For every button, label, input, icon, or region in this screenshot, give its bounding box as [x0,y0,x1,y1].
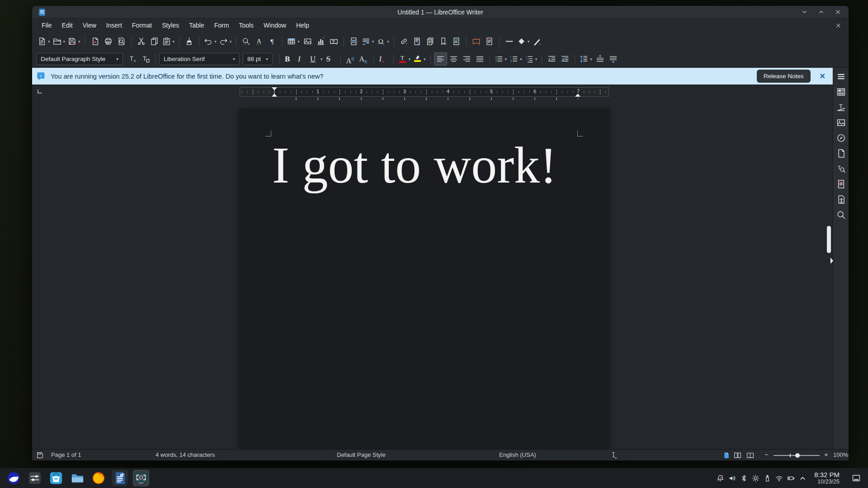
notifications-disabled-icon[interactable] [717,474,724,482]
software-store-icon[interactable] [48,470,64,486]
infobar-close-icon[interactable]: ✕ [820,72,826,80]
update-style-icon[interactable]: T [126,52,139,66]
book-view-icon[interactable] [746,451,754,459]
font-name-combobox[interactable]: Liberation Serif ▾ [159,53,240,65]
show-desktop-icon[interactable] [852,474,861,483]
menu-view[interactable]: View [78,20,101,31]
page-style-status[interactable]: Default Page Style [337,451,386,458]
paragraph-space-increase-icon[interactable] [594,52,607,66]
paragraph-style-combobox[interactable]: Default Paragraph Style ▾ [36,53,123,65]
show-track-changes-icon[interactable]: + [470,35,483,48]
increase-indent-icon[interactable] [545,52,558,66]
styles-icon[interactable]: T [836,103,846,112]
menu-table[interactable]: Table [184,20,209,31]
tray-expand-icon[interactable] [799,474,807,482]
ruler-corner-icon[interactable] [38,89,42,94]
wifi-icon[interactable] [775,474,783,482]
justify-icon[interactable] [473,52,486,66]
menu-help[interactable]: Help [291,20,314,31]
print-icon[interactable] [102,35,115,48]
properties-icon[interactable] [836,87,846,97]
undo-icon[interactable] [203,35,218,48]
spelling-icon[interactable]: A [253,35,266,48]
titlebar[interactable]: Untitled 1 — LibreOffice Writer [32,6,849,19]
new-document-icon[interactable] [36,35,52,48]
paragraph-space-decrease-icon[interactable] [607,52,620,66]
font-size-combobox[interactable]: 88 pt ▾ [243,53,273,65]
new-style-icon[interactable]: T [139,52,152,66]
insert-mode-cursor-icon[interactable] [610,451,618,459]
record-track-changes-icon[interactable] [483,35,496,48]
zoom-slider-thumb[interactable] [795,453,800,458]
insert-image-icon[interactable]: + [301,35,314,48]
menu-window[interactable]: Window [259,20,291,31]
insert-hyperlink-icon[interactable]: + [397,35,410,48]
close-window-button[interactable] [835,9,841,15]
formatting-marks-icon[interactable]: ¶ [266,35,279,48]
underline-icon[interactable]: U [309,52,324,66]
find-replace-icon[interactable] [240,35,253,48]
single-page-view-icon[interactable] [722,451,730,459]
menu-insert[interactable]: Insert [101,20,127,31]
writer-app-icon[interactable] [112,470,128,486]
bullet-list-icon[interactable] [493,52,509,66]
clock[interactable]: 8:32 PM 10/23/25 [814,471,840,485]
insert-text-box-icon[interactable]: + [327,35,340,48]
bold-icon[interactable]: B [283,52,296,66]
line-spacing-icon[interactable] [578,52,594,66]
document-page[interactable]: I got to work! [240,109,609,449]
redo-icon[interactable] [218,35,233,48]
insert-field-icon[interactable] [360,35,376,48]
manage-changes-icon[interactable] [836,179,846,189]
sidebar-settings-icon[interactable] [836,72,846,81]
insert-table-icon[interactable]: + [286,35,301,48]
battery-low-icon[interactable] [787,474,795,482]
style-inspector-icon[interactable]: T [836,164,846,174]
insert-footnote-icon[interactable]: 1 [410,35,424,48]
numbered-list-icon[interactable]: III [508,52,524,66]
menu-file[interactable]: File [37,20,57,31]
italic-icon[interactable]: I [296,52,309,66]
insert-bookmark-icon[interactable]: + [437,35,450,48]
find-icon[interactable] [836,210,846,220]
page-icon[interactable] [836,149,846,158]
page-number-status[interactable]: Page 1 of 1 [51,451,81,458]
clear-formatting-icon[interactable]: I× [377,52,390,66]
open-file-icon[interactable] [52,35,67,48]
gallery-icon[interactable] [836,118,846,127]
shade-window-button[interactable] [801,9,808,15]
superscript-icon[interactable]: AB [344,52,357,66]
os-menu-icon[interactable] [5,470,22,486]
page-break-icon[interactable] [347,35,360,48]
scrollbar-thumb[interactable] [827,226,831,253]
settings-app-icon[interactable] [27,470,43,486]
zoom-in-button[interactable]: + [824,450,828,458]
align-center-icon[interactable] [447,52,460,66]
outline-list-icon[interactable]: II.I [524,52,539,66]
firefox-icon[interactable] [90,470,107,486]
volume-icon[interactable] [728,474,736,482]
insert-chart-icon[interactable]: + [314,35,327,48]
right-indent-marker[interactable] [575,94,580,97]
release-notes-button[interactable]: Release Notes [757,70,811,83]
multi-page-view-icon[interactable] [734,451,741,459]
menu-tools[interactable]: Tools [234,20,259,31]
sidebar-toggle-handle[interactable] [830,258,833,264]
vertical-scrollbar[interactable] [827,86,831,446]
freeform-line-icon[interactable]: + [531,35,544,48]
highlight-color-icon[interactable] [412,52,427,66]
text-language-status[interactable]: English (USA) [499,451,536,458]
clone-formatting-icon[interactable] [183,35,196,48]
zoom-out-button[interactable]: − [764,450,769,458]
strikethrough-icon[interactable]: S [324,52,337,66]
save-icon[interactable] [66,35,82,48]
zoom-slider[interactable] [774,455,820,456]
menu-format[interactable]: Format [127,20,157,31]
export-pdf-icon[interactable] [89,35,102,48]
font-color-icon[interactable]: T [397,52,412,66]
print-preview-icon[interactable] [115,35,128,48]
align-right-icon[interactable] [460,52,473,66]
align-left-icon[interactable] [434,52,447,66]
navigator-icon[interactable] [836,133,846,143]
bluetooth-icon[interactable] [740,474,748,482]
